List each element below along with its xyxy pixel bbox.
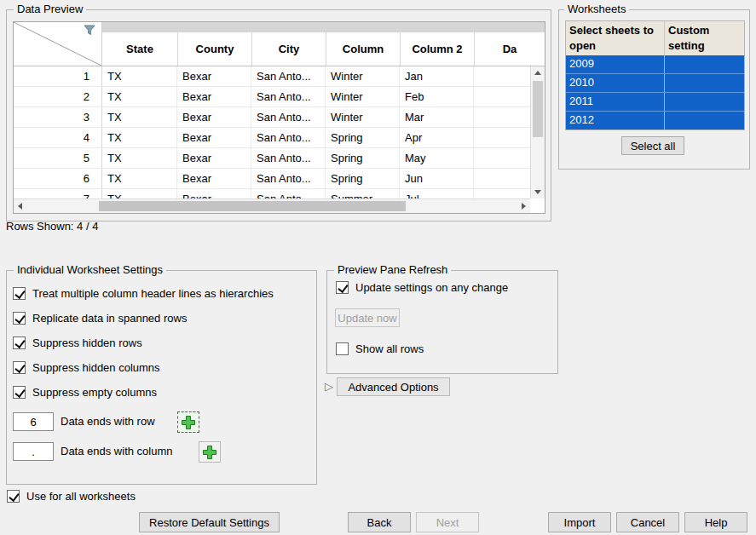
column-header-state[interactable]: State (102, 32, 177, 66)
row-number[interactable]: 5 (14, 148, 102, 168)
row-number[interactable]: 2 (14, 87, 102, 106)
data-preview-group: Data Preview StateCountyCityColumnColumn… (6, 9, 551, 221)
table-cell[interactable]: Bexar (177, 87, 251, 106)
import-button[interactable]: Import (548, 512, 611, 532)
table-cell[interactable]: Spring (326, 169, 400, 188)
scroll-up-button[interactable] (531, 66, 545, 79)
table-cell[interactable]: Spring (326, 148, 400, 168)
horizontal-scroll-thumb[interactable] (99, 201, 406, 211)
column-header-da[interactable]: Da (474, 32, 545, 66)
table-cell[interactable]: May (400, 148, 474, 168)
checkbox-treat-multiple-column-header-lines-as-hierarchies[interactable] (13, 287, 26, 300)
advanced-options-button[interactable]: Advanced Options (337, 377, 450, 396)
checkbox-suppress-hidden-columns[interactable] (13, 361, 26, 374)
table-cell[interactable]: San Anto... (251, 128, 326, 147)
checkbox-replicate-data-in-spanned-rows[interactable] (13, 312, 26, 325)
checkbox-suppress-empty-columns[interactable] (13, 386, 26, 399)
next-button[interactable]: Next (416, 512, 479, 532)
column-header-county[interactable]: County (177, 32, 251, 66)
disclosure-triangle-icon[interactable]: ▷ (325, 379, 333, 394)
table-cell[interactable]: San Anto... (251, 189, 326, 198)
back-button[interactable]: Back (348, 512, 411, 532)
checkbox-suppress-hidden-rows[interactable] (13, 337, 26, 349)
update-on-change-row: Update settings on any change (336, 278, 508, 296)
table-cell[interactable]: San Anto... (251, 87, 326, 106)
corner-header-cell[interactable] (14, 22, 102, 66)
table-cell[interactable]: Bexar (177, 189, 251, 198)
table-cell[interactable]: TX (102, 107, 177, 127)
table-cell[interactable]: Winter (326, 87, 400, 106)
table-cell[interactable]: Spring (326, 128, 400, 147)
scroll-right-button[interactable] (517, 199, 530, 213)
worksheet-row-2010[interactable]: 2010 (566, 73, 744, 92)
table-cell[interactable]: San Anto... (251, 107, 326, 127)
table-cell[interactable]: TX (102, 128, 177, 147)
table-cell[interactable] (474, 169, 530, 188)
table-cell[interactable] (474, 66, 530, 86)
worksheet-row-2009[interactable]: 2009 (566, 55, 744, 73)
column-header-column-2[interactable]: Column 2 (400, 32, 474, 66)
table-cell[interactable]: Bexar (177, 128, 251, 147)
row-number[interactable]: 3 (14, 107, 102, 127)
table-cell[interactable]: San Anto... (251, 148, 326, 168)
table-cell[interactable]: Jun (400, 169, 474, 188)
table-cell[interactable]: Summer (326, 189, 400, 198)
custom-setting-cell (665, 112, 744, 129)
checkbox-label: Suppress empty columns (32, 386, 157, 399)
table-cell[interactable]: San Anto... (251, 66, 326, 86)
worksheet-row-2011[interactable]: 2011 (566, 92, 744, 111)
data-ends-column-input[interactable] (13, 442, 54, 461)
table-cell[interactable]: TX (102, 148, 177, 168)
worksheet-row-2012[interactable]: 2012 (566, 111, 744, 129)
row-number[interactable]: 6 (14, 169, 102, 188)
table-cell[interactable]: Jul (400, 189, 474, 198)
scroll-left-button[interactable] (14, 199, 26, 213)
worksheets-group: Worksheets Select sheets to open Custom … (558, 9, 750, 170)
select-all-button[interactable]: Select all (621, 136, 684, 155)
table-cell[interactable]: Bexar (177, 66, 251, 86)
cancel-button[interactable]: Cancel (616, 512, 679, 532)
column-header-city[interactable]: City (251, 32, 326, 66)
scroll-down-button[interactable] (531, 186, 545, 198)
column-header-column[interactable]: Column (326, 32, 400, 66)
add-column-marker-button[interactable] (199, 441, 221, 463)
show-all-rows-checkbox[interactable] (336, 342, 349, 355)
row-number[interactable]: 1 (14, 66, 102, 86)
vertical-scroll-thumb[interactable] (533, 81, 543, 137)
table-cell[interactable]: Bexar (177, 148, 251, 168)
use-all-worksheets-checkbox[interactable] (7, 490, 20, 503)
update-now-button[interactable]: Update now (335, 308, 400, 327)
row-number[interactable]: 7 (14, 189, 102, 198)
data-preview-group-label: Data Preview (14, 3, 86, 15)
checkmark-icon (9, 491, 19, 502)
row-number[interactable]: 4 (14, 128, 102, 147)
table-cell[interactable]: Apr (400, 128, 474, 147)
table-cell[interactable]: Bexar (177, 169, 251, 188)
table-cell[interactable]: Mar (400, 107, 474, 127)
data-ends-row-input[interactable] (13, 412, 54, 431)
use-all-worksheets-row: Use for all worksheets (7, 490, 136, 503)
table-cell[interactable]: San Anto... (251, 169, 326, 188)
table-cell[interactable]: TX (102, 169, 177, 188)
table-cell[interactable]: TX (102, 66, 177, 86)
table-cell[interactable]: TX (102, 189, 177, 198)
restore-default-settings-button[interactable]: Restore Default Settings (139, 512, 280, 532)
table-cell[interactable] (474, 128, 530, 147)
vertical-scrollbar[interactable] (530, 66, 545, 198)
table-cell[interactable]: Winter (326, 66, 400, 86)
table-cell[interactable]: Bexar (177, 107, 251, 127)
table-cell[interactable]: Feb (400, 87, 474, 106)
add-row-marker-button[interactable] (177, 411, 199, 433)
table-cell[interactable] (474, 107, 530, 127)
table-cell[interactable] (474, 148, 530, 168)
table-cell[interactable]: Winter (326, 107, 400, 127)
help-button[interactable]: Help (684, 512, 747, 532)
table-cell[interactable] (474, 189, 530, 198)
table-cell[interactable]: TX (102, 87, 177, 106)
update-on-change-checkbox[interactable] (336, 281, 349, 294)
table-cell[interactable] (474, 87, 530, 106)
individual-worksheet-settings-group: Individual Worksheet Settings Treat mult… (6, 270, 317, 485)
checkbox-label: Replicate data in spanned rows (32, 312, 187, 325)
table-cell[interactable]: Jan (400, 66, 474, 86)
horizontal-scrollbar[interactable] (14, 198, 530, 213)
